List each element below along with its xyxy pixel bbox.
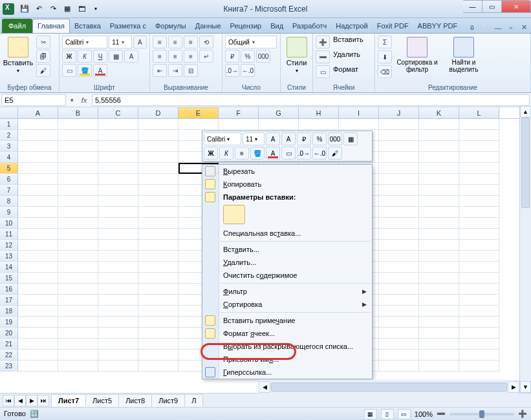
cell[interactable] xyxy=(98,152,138,163)
sheet-nav-prev[interactable]: ◀ xyxy=(14,395,26,406)
cell[interactable] xyxy=(98,185,138,196)
redo-button[interactable]: ↷ xyxy=(47,3,60,16)
ctx-paste-default[interactable] xyxy=(223,205,245,224)
row-header[interactable]: 9 xyxy=(0,207,18,218)
cell[interactable] xyxy=(419,284,459,295)
cell[interactable] xyxy=(459,218,499,229)
view-layout-button[interactable]: ▯ xyxy=(381,409,394,419)
percent-button[interactable]: % xyxy=(241,50,255,63)
cell[interactable] xyxy=(419,163,459,174)
cell[interactable] xyxy=(58,328,98,339)
scroll-right-button[interactable]: ▶ xyxy=(508,381,519,393)
fill-button[interactable]: ⬇ xyxy=(378,50,392,63)
cell[interactable] xyxy=(58,262,98,273)
mini-border-button[interactable]: ▭ xyxy=(281,147,296,160)
ctx-insert[interactable]: Вставить... xyxy=(202,243,372,256)
tab-view[interactable]: Вид xyxy=(266,19,288,33)
row-header[interactable]: 18 xyxy=(0,306,18,317)
cell[interactable] xyxy=(219,119,259,130)
cell[interactable] xyxy=(138,273,179,284)
shrink-font-button[interactable]: A xyxy=(124,50,138,63)
cell[interactable] xyxy=(419,350,459,361)
cell[interactable] xyxy=(18,240,58,251)
font-color-button[interactable]: A xyxy=(93,64,107,77)
decrease-decimal-button[interactable]: ←.0 xyxy=(241,64,255,77)
cell[interactable] xyxy=(138,317,179,328)
row-header[interactable]: 23 xyxy=(0,361,18,372)
align-bottom-button[interactable]: ≡ xyxy=(184,36,198,48)
cell[interactable] xyxy=(58,251,98,262)
fx-button[interactable]: fx xyxy=(76,96,92,104)
comma-button[interactable]: 000 xyxy=(256,50,270,63)
mini-bold-button[interactable]: Ж xyxy=(204,147,218,160)
mini-painter-button[interactable]: 🖌 xyxy=(328,147,342,160)
cell[interactable] xyxy=(58,229,98,240)
cell[interactable] xyxy=(98,361,138,372)
cell[interactable] xyxy=(58,141,98,152)
cell[interactable] xyxy=(98,251,138,262)
mini-percent-button[interactable]: % xyxy=(312,132,327,145)
ctx-hyperlink[interactable]: Гиперссылка... xyxy=(202,366,372,379)
cells-delete-button[interactable]: ➖Удалить xyxy=(316,50,372,63)
cell[interactable] xyxy=(299,119,339,130)
cell[interactable] xyxy=(379,119,419,130)
col-header[interactable]: H xyxy=(299,107,339,118)
sheet-tab[interactable]: Лист7 xyxy=(51,394,86,406)
cell[interactable] xyxy=(98,262,138,273)
autosum-button[interactable]: Σ xyxy=(378,36,392,48)
cell[interactable] xyxy=(419,361,459,372)
mini-currency-button[interactable]: ₽ xyxy=(297,132,311,145)
cell[interactable] xyxy=(459,207,499,218)
font-name-combo[interactable]: Calibri▾ xyxy=(62,36,107,48)
cell[interactable] xyxy=(58,240,98,251)
cell[interactable] xyxy=(138,152,179,163)
cell[interactable] xyxy=(138,251,179,262)
mdi-close-icon[interactable]: ✕ xyxy=(519,23,528,32)
row-header[interactable]: 12 xyxy=(0,240,18,251)
cell[interactable] xyxy=(419,207,459,218)
sheet-tab[interactable]: Лист8 xyxy=(118,394,152,406)
cell[interactable] xyxy=(459,306,499,317)
cell[interactable] xyxy=(379,218,419,229)
increase-decimal-button[interactable]: .0→ xyxy=(225,64,239,77)
cut-button[interactable]: ✂ xyxy=(36,36,50,48)
cell[interactable] xyxy=(98,317,138,328)
ctx-delete[interactable]: Удалить... xyxy=(202,256,372,269)
view-break-button[interactable]: ▭ xyxy=(398,409,411,419)
cell[interactable] xyxy=(459,262,499,273)
cell[interactable] xyxy=(379,284,419,295)
cell[interactable] xyxy=(58,273,98,284)
cell[interactable] xyxy=(138,306,179,317)
sheet-tab-more[interactable]: Л xyxy=(184,394,203,406)
cell[interactable] xyxy=(18,306,58,317)
row-header[interactable]: 16 xyxy=(0,284,18,295)
sheet-tab[interactable]: Лист5 xyxy=(85,394,119,406)
sheet-nav-last[interactable]: ⏭ xyxy=(38,395,49,406)
cell[interactable] xyxy=(379,295,419,306)
cell[interactable] xyxy=(138,218,179,229)
mini-grow-font-button[interactable]: A xyxy=(266,132,280,145)
cell[interactable] xyxy=(459,328,499,339)
maximize-button[interactable]: ▭ xyxy=(482,0,502,13)
name-box[interactable]: E5 xyxy=(1,94,66,106)
borders-button[interactable]: ▭ xyxy=(62,64,76,77)
styles-button[interactable]: Стили ▾ xyxy=(283,36,310,83)
cell[interactable] xyxy=(18,185,58,196)
cell[interactable] xyxy=(459,152,499,163)
row-header[interactable]: 19 xyxy=(0,317,18,328)
qat-button-5[interactable]: 🗔 xyxy=(75,3,88,16)
bold-button[interactable]: Ж xyxy=(62,50,76,63)
scroll-thumb-v[interactable] xyxy=(521,118,530,208)
cell[interactable] xyxy=(18,207,58,218)
row-header[interactable]: 4 xyxy=(0,152,18,163)
cell[interactable] xyxy=(459,174,499,185)
cell[interactable] xyxy=(138,130,179,141)
cell[interactable] xyxy=(379,328,419,339)
cell[interactable] xyxy=(459,163,499,174)
cell[interactable] xyxy=(98,284,138,295)
align-right-button[interactable]: ≡ xyxy=(184,50,198,63)
mini-font-combo[interactable]: Calibri▾ xyxy=(204,132,241,145)
cell[interactable] xyxy=(138,295,179,306)
decrease-indent-button[interactable]: ⇤ xyxy=(153,64,167,77)
cell[interactable] xyxy=(18,284,58,295)
